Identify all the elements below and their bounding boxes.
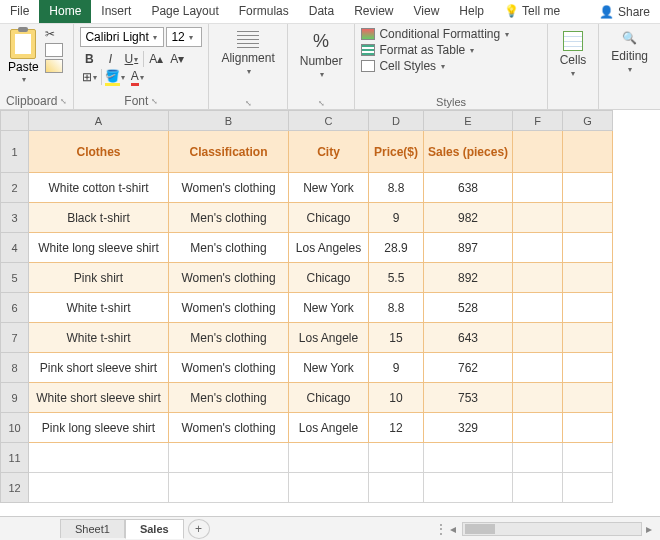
number-format-button[interactable]: % Number▾	[294, 27, 349, 83]
cell[interactable]: White t-shirt	[29, 293, 169, 323]
cell-header[interactable]	[563, 131, 613, 173]
cell[interactable]	[513, 263, 563, 293]
add-sheet-button[interactable]: +	[188, 519, 210, 539]
tab-formulas[interactable]: Formulas	[229, 0, 299, 23]
cell[interactable]	[513, 383, 563, 413]
cell[interactable]	[513, 473, 563, 503]
cell[interactable]	[563, 413, 613, 443]
copy-button[interactable]	[45, 43, 63, 57]
cell[interactable]: 9	[369, 203, 424, 233]
cell[interactable]: White long sleeve shirt	[29, 233, 169, 263]
cell[interactable]: 762	[424, 353, 513, 383]
cell[interactable]: Chicago	[289, 203, 369, 233]
col-header-B[interactable]: B	[169, 111, 289, 131]
tab-help[interactable]: Help	[449, 0, 494, 23]
cell-header[interactable]: Price($)	[369, 131, 424, 173]
cell[interactable]: 753	[424, 383, 513, 413]
underline-button[interactable]: U▾	[122, 50, 140, 68]
cell-header[interactable]: Classification	[169, 131, 289, 173]
paste-button[interactable]: Paste▾	[6, 27, 41, 86]
cell[interactable]	[513, 203, 563, 233]
cell[interactable]	[513, 413, 563, 443]
tell-me[interactable]: 💡 Tell me	[494, 0, 570, 23]
cell[interactable]: Pink shirt	[29, 263, 169, 293]
col-header-A[interactable]: A	[29, 111, 169, 131]
tab-page-layout[interactable]: Page Layout	[141, 0, 228, 23]
row-header-4[interactable]: 4	[1, 233, 29, 263]
cell[interactable]: 892	[424, 263, 513, 293]
cell[interactable]: Men's clothing	[169, 383, 289, 413]
alignment-expand-icon[interactable]: ⤡	[245, 99, 252, 108]
conditional-formatting-button[interactable]: Conditional Formatting▾	[361, 27, 540, 41]
cell[interactable]: Women's clothing	[169, 263, 289, 293]
cell[interactable]	[563, 353, 613, 383]
cell-header[interactable]: Sales (pieces)	[424, 131, 513, 173]
cell[interactable]: Pink short sleeve shirt	[29, 353, 169, 383]
cell[interactable]	[289, 443, 369, 473]
row-header-12[interactable]: 12	[1, 473, 29, 503]
sheet-tab-sales[interactable]: Sales	[125, 519, 184, 539]
cell[interactable]: 10	[369, 383, 424, 413]
format-as-table-button[interactable]: Format as Table▾	[361, 43, 540, 57]
cell[interactable]: New York	[289, 293, 369, 323]
cell[interactable]	[563, 173, 613, 203]
row-header-1[interactable]: 1	[1, 131, 29, 173]
cell[interactable]: 8.8	[369, 173, 424, 203]
font-expand-icon[interactable]: ⤡	[151, 97, 158, 106]
cell[interactable]: 528	[424, 293, 513, 323]
fill-color-button[interactable]: 🪣▾	[105, 68, 125, 86]
cell[interactable]	[29, 473, 169, 503]
cell[interactable]	[513, 443, 563, 473]
row-header-9[interactable]: 9	[1, 383, 29, 413]
col-header-D[interactable]: D	[369, 111, 424, 131]
col-header-E[interactable]: E	[424, 111, 513, 131]
cell[interactable]: Los Angele	[289, 413, 369, 443]
clipboard-expand-icon[interactable]: ⤡	[60, 97, 67, 106]
cell[interactable]: White short sleeve shirt	[29, 383, 169, 413]
row-header-11[interactable]: 11	[1, 443, 29, 473]
cell[interactable]: 982	[424, 203, 513, 233]
format-painter-button[interactable]	[45, 59, 63, 73]
cell[interactable]	[513, 353, 563, 383]
cells-button[interactable]: Cells▾	[554, 27, 593, 82]
row-header-8[interactable]: 8	[1, 353, 29, 383]
cell[interactable]: Pink long sleeve shirt	[29, 413, 169, 443]
cell[interactable]: Men's clothing	[169, 233, 289, 263]
alignment-button[interactable]: Alignment▾	[215, 27, 280, 80]
italic-button[interactable]: I	[101, 50, 119, 68]
cell[interactable]: White cotton t-shirt	[29, 173, 169, 203]
tab-file[interactable]: File	[0, 0, 39, 23]
tab-data[interactable]: Data	[299, 0, 344, 23]
cell[interactable]	[563, 293, 613, 323]
cell[interactable]: Men's clothing	[169, 323, 289, 353]
font-name-combo[interactable]: Calibri Light▾	[80, 27, 164, 47]
cell[interactable]: 897	[424, 233, 513, 263]
cell[interactable]: White t-shirt	[29, 323, 169, 353]
cell[interactable]	[563, 473, 613, 503]
cell[interactable]	[513, 233, 563, 263]
horizontal-scrollbar[interactable]: ⋮ ◂ ▸	[210, 522, 660, 536]
row-header-6[interactable]: 6	[1, 293, 29, 323]
cell[interactable]: Women's clothing	[169, 353, 289, 383]
cell-header[interactable]	[513, 131, 563, 173]
row-header-10[interactable]: 10	[1, 413, 29, 443]
tab-view[interactable]: View	[404, 0, 450, 23]
cell[interactable]: Chicago	[289, 263, 369, 293]
cell[interactable]	[563, 203, 613, 233]
cell[interactable]: 9	[369, 353, 424, 383]
cell[interactable]: Women's clothing	[169, 293, 289, 323]
cell[interactable]	[369, 473, 424, 503]
cell[interactable]: 329	[424, 413, 513, 443]
cell[interactable]: Los Angele	[289, 323, 369, 353]
decrease-font-button[interactable]: A▾	[168, 50, 186, 68]
cell-header[interactable]: City	[289, 131, 369, 173]
cell[interactable]	[513, 323, 563, 353]
worksheet-grid[interactable]: ABCDEFG1ClothesClassificationCityPrice($…	[0, 110, 660, 516]
cell[interactable]	[169, 473, 289, 503]
bold-button[interactable]: B	[80, 50, 98, 68]
cell[interactable]: Men's clothing	[169, 203, 289, 233]
cell[interactable]	[563, 233, 613, 263]
tab-insert[interactable]: Insert	[91, 0, 141, 23]
row-header-5[interactable]: 5	[1, 263, 29, 293]
cell[interactable]: 15	[369, 323, 424, 353]
